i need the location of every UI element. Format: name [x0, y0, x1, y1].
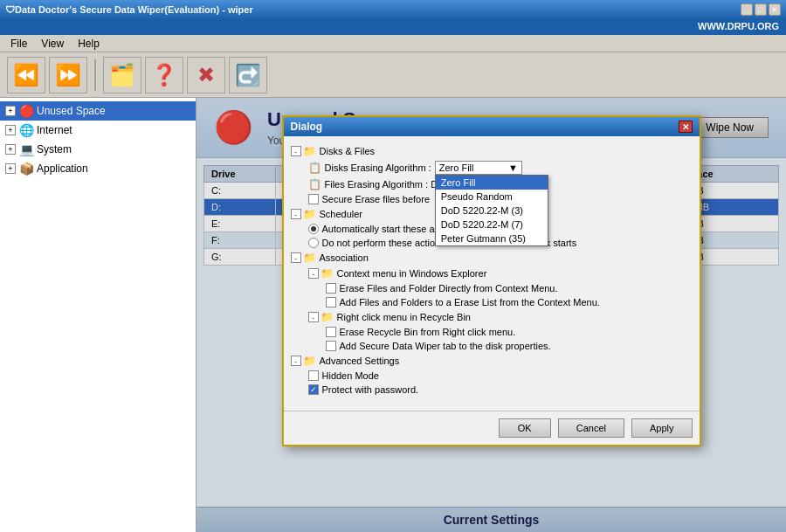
toolbar-stop-btn[interactable]: ✖: [187, 57, 225, 93]
add-files-label: Add Files and Folders to a Erase List fr…: [340, 297, 600, 307]
auto-start-label: Automatically start these a: [322, 224, 435, 234]
window-title: Data Doctor's Secure Data Wiper(Evaluati…: [15, 4, 253, 15]
minimize-button[interactable]: _: [741, 3, 753, 16]
protect-password-label: Protect with password.: [322, 384, 419, 395]
secure-erase-checkbox[interactable]: [308, 194, 319, 204]
expand-application[interactable]: +: [5, 163, 16, 174]
row-erase-recycle[interactable]: Erase Recycle Bin from Right click menu.: [291, 325, 693, 339]
toolbar: ⏪ ⏩ 🗂️ ❓ ✖ ↩️: [0, 52, 786, 98]
system-icon: 💻: [19, 142, 33, 156]
row-context-menu[interactable]: - 📁 Context menu in Windows Explorer: [291, 266, 693, 281]
no-perform-radio[interactable]: [308, 238, 319, 248]
algorithm-option-zero-fill[interactable]: Zero Fill: [436, 176, 548, 190]
protect-password-checkbox[interactable]: ✓: [308, 384, 319, 395]
files-erasing-icon: 📋: [308, 178, 321, 190]
toolbar-wipe-btn[interactable]: 🗂️: [103, 57, 141, 93]
row-add-wiper-tab[interactable]: Add Secure Data Wiper tab to the disk pr…: [291, 339, 693, 353]
scheduler-label: Scheduler: [320, 209, 363, 219]
files-erasing-label: Files Erasing Algorithm : D: [325, 179, 438, 190]
association-label: Association: [320, 252, 369, 263]
sidebar-item-internet[interactable]: + 🌐 Internet: [0, 121, 196, 140]
auto-start-radio[interactable]: [308, 224, 319, 234]
menu-file[interactable]: File: [3, 36, 34, 52]
disks-files-folder-icon: 📁: [303, 145, 316, 157]
expand-context-menu[interactable]: -: [308, 268, 319, 279]
hidden-mode-label: Hidden Mode: [322, 370, 379, 381]
add-files-checkbox[interactable]: [326, 297, 336, 307]
algorithm-option-pseudo-random[interactable]: Pseudo Random: [436, 190, 548, 204]
maximize-button[interactable]: □: [755, 3, 767, 16]
sidebar-item-system[interactable]: + 💻 System: [0, 140, 196, 159]
toolbar-back-btn[interactable]: ⏪: [7, 57, 45, 93]
title-bar: 🛡 Data Doctor's Secure Data Wiper(Evalua…: [0, 0, 786, 19]
algorithm-selected-text: Zero Fill: [439, 162, 474, 173]
main-layout: + 🔴 Unused Space + 🌐 Internet + 💻 System…: [0, 98, 786, 532]
menu-view[interactable]: View: [34, 36, 71, 52]
hidden-mode-checkbox[interactable]: [308, 370, 319, 381]
expand-system[interactable]: +: [5, 144, 16, 155]
dialog-body: - 📁 Disks & Files 📋 Disks Erasing Algori…: [284, 136, 700, 404]
row-erase-files[interactable]: Erase Files and Folder Directly from Con…: [291, 281, 693, 295]
expand-unused-space[interactable]: +: [5, 106, 16, 116]
algorithm-dropdown-selected[interactable]: Zero Fill ▼: [435, 161, 522, 175]
row-hidden-mode[interactable]: Hidden Mode: [291, 369, 693, 383]
section-disks-files[interactable]: - 📁 Disks & Files: [291, 143, 693, 159]
expand-internet[interactable]: +: [5, 125, 16, 135]
toolbar-help-btn[interactable]: ❓: [145, 57, 183, 93]
algorithm-option-peter[interactable]: Peter Gutmann (35): [436, 231, 548, 245]
dialog-footer: OK Cancel Apply: [284, 411, 700, 445]
recycle-bin-folder-icon: 📁: [321, 311, 334, 323]
sidebar-item-unused-space[interactable]: + 🔴 Unused Space: [0, 101, 196, 121]
toolbar-exit-btn[interactable]: ↩️: [229, 57, 267, 93]
branding-bar: WWW.DRPU.ORG: [0, 19, 786, 35]
branding-text: WWW.DRPU.ORG: [698, 21, 779, 31]
expand-advanced[interactable]: -: [291, 356, 301, 366]
algorithm-dropdown-list: Zero Fill Pseudo Random DoD 5220.22-M (3…: [435, 175, 548, 246]
association-folder-icon: 📁: [303, 252, 316, 264]
menu-bar: File View Help: [0, 35, 786, 52]
dialog-close-button[interactable]: ✕: [679, 121, 693, 133]
menu-help[interactable]: Help: [71, 36, 107, 52]
algorithm-option-dod7[interactable]: DoD 5220.22-M (7): [436, 218, 548, 231]
section-association[interactable]: - 📁 Association: [291, 250, 693, 266]
toolbar-forward-btn[interactable]: ⏩: [49, 57, 87, 93]
sidebar-label-internet: Internet: [37, 124, 72, 136]
add-wiper-tab-label: Add Secure Data Wiper tab to the disk pr…: [340, 341, 551, 351]
internet-icon: 🌐: [19, 123, 33, 137]
close-window-button[interactable]: ×: [769, 3, 781, 16]
sidebar-label-system: System: [37, 143, 72, 155]
erase-recycle-checkbox[interactable]: [326, 327, 336, 337]
section-advanced[interactable]: - 📁 Advanced Settings: [291, 353, 693, 369]
dropdown-arrow-icon: ▼: [508, 162, 518, 173]
row-protect-password[interactable]: ✓ Protect with password.: [291, 383, 693, 397]
dialog-ok-button[interactable]: OK: [499, 418, 551, 438]
unused-space-icon: 🔴: [19, 104, 33, 118]
erase-recycle-label: Erase Recycle Bin from Right click menu.: [340, 327, 516, 337]
dialog-cancel-button[interactable]: Cancel: [558, 418, 624, 438]
sidebar-item-application[interactable]: + 📦 Application: [0, 159, 196, 178]
row-add-files[interactable]: Add Files and Folders to a Erase List fr…: [291, 295, 693, 309]
expand-scheduler[interactable]: -: [291, 209, 301, 219]
application-icon: 📦: [19, 162, 33, 176]
disks-erasing-label: Disks Erasing Algorithm :: [325, 162, 431, 173]
expand-association[interactable]: -: [291, 252, 301, 263]
erase-files-checkbox[interactable]: [326, 283, 336, 294]
dialog-title-text: Dialog: [291, 121, 323, 133]
advanced-folder-icon: 📁: [303, 355, 316, 367]
expand-recycle-bin[interactable]: -: [308, 312, 319, 322]
sidebar-label-unused-space: Unused Space: [37, 105, 106, 117]
disks-erasing-icon: 📋: [308, 162, 321, 174]
secure-erase-label: Secure Erase files before: [322, 194, 431, 204]
dialog-title-bar: Dialog ✕: [284, 117, 700, 136]
context-menu-folder-icon: 📁: [321, 267, 334, 280]
sidebar: + 🔴 Unused Space + 🌐 Internet + 💻 System…: [0, 98, 196, 532]
add-wiper-tab-checkbox[interactable]: [326, 341, 336, 351]
advanced-label: Advanced Settings: [320, 356, 400, 366]
recycle-bin-label: Right click menu in Recycle Bin: [337, 312, 471, 322]
row-recycle-bin[interactable]: - 📁 Right click menu in Recycle Bin: [291, 309, 693, 325]
expand-disks-files[interactable]: -: [291, 146, 301, 156]
algorithm-dropdown[interactable]: Zero Fill ▼ Zero Fill Pseudo Random DoD …: [435, 161, 522, 175]
dialog-apply-button[interactable]: Apply: [631, 418, 693, 438]
dialog-overlay: Dialog ✕ - 📁 Disks & Files 📋 Disks E: [196, 98, 786, 532]
algorithm-option-dod3[interactable]: DoD 5220.22-M (3): [436, 204, 548, 218]
